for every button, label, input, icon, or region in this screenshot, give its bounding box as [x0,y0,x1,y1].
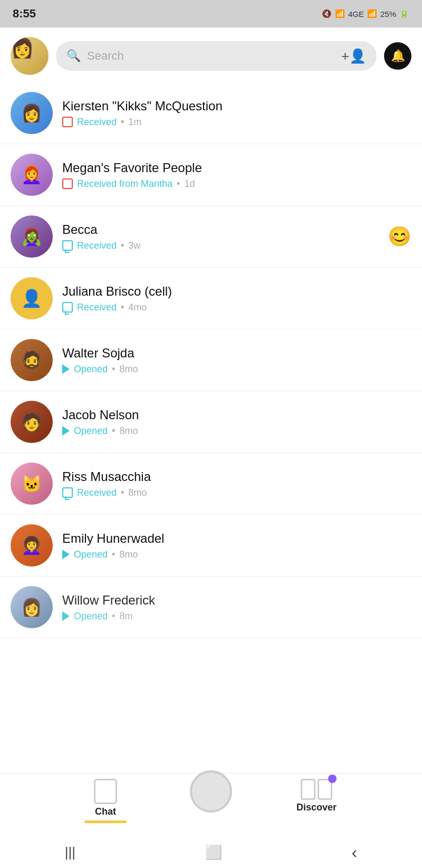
chat-received-icon-juliana [62,302,73,313]
status-time-megan: 1d [184,178,195,190]
chat-name-kiersten: Kiersten "Kikks" McQuestion [62,99,411,114]
chat-info-emily: Emily HunerwadelOpened•8mo [62,531,411,560]
chat-name-megan: Megan's Favorite People [62,161,411,175]
received-icon-kiersten [62,117,73,127]
status-time-juliana: 4mo [128,302,147,313]
battery-text: 25% [380,10,396,18]
chat-info-juliana: Juliana Brisco (cell)Received•4mo [62,284,411,313]
chat-label: Chat [95,806,116,817]
chat-info-kiersten: Kiersten "Kikks" McQuestionReceived•1m [62,99,411,128]
chat-status-juliana: Received•4mo [62,302,411,313]
chat-emoji-becca: 😊 [388,225,411,248]
status-text-jacob: Opened [74,426,108,437]
search-placeholder: Search [87,49,335,63]
chat-item-emily[interactable]: 👩‍🦱Emily HunerwadelOpened•8mo [0,515,422,577]
status-bar: 8:55 🔇 📶 4GE 📶 25% 🔋 [0,0,422,27]
chat-item-megan[interactable]: 👩‍🦰Megan's Favorite PeopleReceived from … [0,144,422,206]
android-home[interactable]: ⬜ [205,844,222,861]
status-text-megan: Received from Mantha [77,178,172,190]
discover-notification-dot [328,775,337,783]
status-text-juliana: Received [77,302,117,313]
chat-name-walter: Walter Sojda [62,346,411,361]
chat-name-jacob: Jacob Nelson [62,408,411,422]
opened-icon-emily [62,550,70,559]
chat-status-megan: Received from Mantha•1d [62,178,411,190]
discover-icon [301,779,332,800]
avatar-walter: 🧔 [11,339,53,381]
chat-info-megan: Megan's Favorite PeopleReceived from Man… [62,161,411,190]
chat-status-kiersten: Received•1m [62,117,411,128]
nav-chat[interactable]: Chat [63,779,148,823]
status-dot-juliana: • [121,302,124,313]
chat-name-juliana: Juliana Brisco (cell) [62,284,411,299]
status-text-kiersten: Received [77,117,117,128]
chat-info-riss: Riss MusacchiaReceived•8mo [62,469,411,498]
avatar-riss: 🐱 [11,463,53,505]
android-recents[interactable]: ||| [65,844,75,861]
chat-item-riss[interactable]: 🐱Riss MusacchiaReceived•8mo [0,453,422,515]
my-avatar[interactable]: 👩 [11,37,49,75]
chat-info-becca: BeccaReceived•3w [62,222,411,251]
header: 👩 🔍 Search +👤 🔔 [0,27,422,82]
discover-label: Discover [296,802,337,813]
chat-icon [94,779,117,804]
avatar-jacob: 🧑 [11,401,53,443]
mute-icon: 🔇 [322,9,332,18]
opened-icon-walter [62,364,70,374]
search-bar[interactable]: 🔍 Search +👤 [56,41,377,71]
status-dot-willow: • [112,611,115,622]
chat-name-willow: Willow Frederick [62,593,411,608]
chat-name-riss: Riss Musacchia [62,469,411,484]
chat-name-becca: Becca [62,222,411,237]
nav-discover[interactable]: Discover [274,779,359,813]
chat-info-walter: Walter SojdaOpened•8mo [62,346,411,375]
status-time-riss: 8mo [128,487,147,498]
avatar-megan: 👩‍🦰 [11,154,53,196]
avatar-becca: 🧟‍♀️ [11,215,53,258]
avatar-juliana: 👤 [11,277,53,319]
signal-bars: 📶 [367,9,377,18]
status-time-kiersten: 1m [128,117,141,128]
status-text-willow: Opened [74,611,108,622]
chat-name-emily: Emily Hunerwadel [62,531,411,546]
chat-status-willow: Opened•8m [62,611,411,622]
chat-info-willow: Willow FrederickOpened•8m [62,593,411,622]
status-time-jacob: 8mo [119,426,138,437]
chat-status-riss: Received•8mo [62,487,411,498]
received-icon-megan [62,178,73,189]
chat-list: 👩Kiersten "Kikks" McQuestionReceived•1m👩… [0,82,422,638]
avatar-kiersten: 👩 [11,92,53,134]
status-dot-becca: • [121,240,124,251]
status-time: 8:55 [13,7,36,21]
chat-item-jacob[interactable]: 🧑Jacob NelsonOpened•8mo [0,391,422,453]
chat-status-emily: Opened•8mo [62,549,411,560]
battery-icon: 🔋 [399,9,409,18]
snap-button[interactable] [190,770,232,813]
status-icons: 🔇 📶 4GE 📶 25% 🔋 [322,9,409,18]
chat-item-juliana[interactable]: 👤Juliana Brisco (cell)Received•4mo [0,268,422,329]
status-time-walter: 8mo [119,364,138,375]
status-text-walter: Opened [74,364,108,375]
status-dot-megan: • [177,178,180,190]
avatar-emily: 👩‍🦱 [11,524,53,567]
status-dot-jacob: • [112,426,115,437]
chat-active-indicator [84,820,127,823]
filter-button[interactable]: 🔔 [384,42,411,70]
android-back[interactable]: ‹ [351,843,357,862]
chat-item-walter[interactable]: 🧔Walter SojdaOpened•8mo [0,329,422,391]
wifi-icon: 📶 [335,9,345,18]
status-text-emily: Opened [74,549,108,560]
chat-status-jacob: Opened•8mo [62,426,411,437]
chat-item-kiersten[interactable]: 👩Kiersten "Kikks" McQuestionReceived•1m [0,82,422,144]
opened-icon-jacob [62,426,70,436]
status-time-becca: 3w [128,240,140,251]
status-text-riss: Received [77,487,117,498]
status-time-emily: 8mo [119,549,138,560]
add-friend-icon[interactable]: +👤 [341,48,366,64]
status-text-becca: Received [77,240,117,251]
chat-item-becca[interactable]: 🧟‍♀️BeccaReceived•3w😊 [0,206,422,268]
chat-item-willow[interactable]: 👩Willow FrederickOpened•8m [0,577,422,638]
status-dot-riss: • [121,487,124,498]
chat-received-icon-riss [62,487,73,498]
status-time-willow: 8m [119,611,132,622]
